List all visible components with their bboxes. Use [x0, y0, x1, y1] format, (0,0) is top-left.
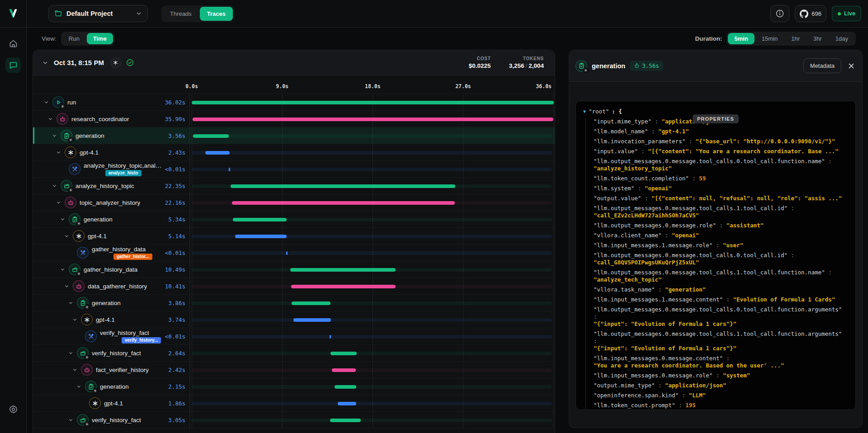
span-name: gather_history_data	[92, 246, 152, 253]
span-name: data_gatherer_history	[88, 283, 147, 290]
timeline-track	[192, 402, 552, 405]
trace-row[interactable]: verify_history_fact3.05s	[33, 412, 555, 428]
chevron-down-icon[interactable]	[42, 60, 48, 66]
trace-row[interactable]: analyze_history_topic,analyze_t...analyz…	[33, 161, 555, 178]
timeline-cell	[190, 378, 555, 395]
duration-option-15min[interactable]: 15min	[755, 33, 784, 44]
chevron-down-icon[interactable]	[47, 116, 53, 122]
chevron-down-icon[interactable]	[43, 99, 49, 105]
tool-call-badge: analyze_histo	[105, 170, 142, 176]
timeline-cell	[190, 362, 555, 378]
close-panel-button[interactable]	[848, 62, 855, 70]
chevron-down-icon[interactable]	[67, 350, 74, 356]
duration-option-5min[interactable]: 5min	[728, 33, 754, 44]
tab-threads[interactable]: Threads	[163, 7, 199, 21]
property-row: "vllora.task_name" : "generation"	[594, 286, 848, 293]
span-duration: 22.35s	[165, 183, 185, 189]
timeline-track	[192, 385, 552, 389]
project-name: Default Project	[66, 10, 132, 17]
trace-row[interactable]: research_coordinator35.90s	[33, 111, 555, 127]
clipboard-icon	[77, 297, 89, 309]
chevron-down-icon[interactable]	[55, 199, 61, 206]
sidebar-item-settings[interactable]	[5, 401, 21, 417]
openai-mini-icon	[84, 354, 90, 360]
trace-row[interactable]: generation2.15s	[33, 378, 555, 395]
property-row: "llm.invocation_parameters" : "{"base_ur…	[594, 138, 848, 145]
trace-row[interactable]: generation5.34s	[33, 211, 555, 228]
tab-traces[interactable]: Traces	[200, 7, 233, 21]
timeline-bar	[338, 402, 356, 405]
info-button[interactable]	[770, 5, 789, 22]
chevron-down-icon[interactable]	[51, 132, 57, 139]
trace-row[interactable]: topic_analyzer_history22.16s	[33, 194, 555, 211]
span-name: fact_verifier_history	[96, 367, 149, 373]
metadata-button[interactable]: Metadata	[803, 58, 841, 73]
project-selector[interactable]: Default Project	[48, 5, 148, 22]
timeline-bar	[231, 184, 455, 188]
app-logo[interactable]	[0, 0, 27, 27]
timeline-bar	[232, 201, 455, 205]
live-status-badge[interactable]: Live	[832, 6, 861, 21]
trace-row[interactable]: analyze_history_topic22.35s	[33, 178, 555, 194]
trace-row[interactable]: gpt-4.13.74s	[33, 311, 555, 328]
duration-option-1day[interactable]: 1day	[829, 33, 854, 44]
github-button[interactable]: 696	[795, 5, 826, 22]
span-name: gpt-4.1	[96, 316, 115, 323]
trace-row[interactable]: fact_verifier_history2.42s	[33, 362, 555, 378]
chevron-down-icon[interactable]	[67, 300, 74, 306]
trace-row[interactable]: generation3.86s	[33, 295, 555, 311]
timeline-cell	[190, 178, 555, 194]
chevron-down-icon[interactable]	[67, 417, 74, 423]
chevron-down-icon[interactable]	[63, 283, 70, 289]
chevron-down-icon[interactable]	[51, 183, 57, 189]
trace-row[interactable]: data_gatherer_history10.41s	[33, 278, 555, 295]
trace-row[interactable]: verify_history_fact2.64s	[33, 345, 555, 362]
duration-label: Duration:	[695, 35, 722, 42]
chevron-down-icon[interactable]	[59, 266, 66, 273]
trace-row[interactable]: generation3.56s	[33, 127, 555, 144]
sidebar-item-home[interactable]	[5, 36, 21, 51]
view-option-time[interactable]: Time	[87, 33, 113, 44]
chevron-down-icon[interactable]	[71, 367, 78, 373]
openai-mini-icon	[92, 388, 98, 394]
trace-row[interactable]: gpt-4.12.43s	[33, 144, 555, 161]
chevron-down-icon[interactable]	[59, 216, 66, 222]
timeline-track	[192, 151, 552, 155]
trace-row[interactable]: gather_history_datagather_histor...<0.01…	[33, 245, 555, 261]
span-name: run	[67, 99, 76, 106]
duration-option-3hr[interactable]: 3hr	[807, 33, 828, 44]
sidebar-item-threads[interactable]	[5, 57, 21, 73]
timeline-cell	[190, 127, 555, 144]
clipboard-icon	[61, 130, 72, 141]
view-label: View:	[42, 35, 57, 42]
span-name: generation	[75, 132, 104, 139]
trace-row[interactable]: verify_history_factverify_history...<0.0…	[33, 328, 555, 345]
timeline-bar	[235, 235, 287, 238]
timeline-cell	[190, 345, 555, 361]
property-row: "llm.input_messages.0.message.content" :…	[594, 355, 848, 369]
trace-header[interactable]: Oct 31, 8:15 PM COST $0.0225 TOKENS 3,25…	[33, 50, 555, 75]
chevron-down-icon[interactable]	[55, 149, 61, 155]
home-icon	[9, 39, 18, 48]
github-icon	[800, 9, 808, 18]
timeline-track	[192, 352, 552, 355]
span-duration: 5.34s	[168, 216, 185, 223]
timeline-cell	[190, 328, 555, 344]
threads-traces-tabs: ThreadsTraces	[161, 5, 234, 22]
span-name: gpt-4.1	[104, 400, 123, 407]
chevron-down-icon[interactable]	[75, 383, 82, 390]
trace-row[interactable]: run36.02s	[33, 94, 555, 111]
property-row: "llm.model_name" : "gpt-4.1"	[594, 128, 848, 135]
clipboard-icon	[576, 60, 587, 72]
tool-call-badge: verify_history...	[122, 337, 161, 344]
trace-row[interactable]: gather_history_data10.49s	[33, 261, 555, 278]
span-detail-panel: generation 3.56s Metadata PROPERTIES ▼ "…	[569, 50, 863, 428]
trace-row[interactable]: gpt-4.15.14s	[33, 228, 555, 245]
chevron-down-icon[interactable]	[63, 233, 70, 239]
trace-row[interactable]: gpt-4.11.86s	[33, 395, 555, 412]
github-star-count: 696	[811, 10, 821, 17]
view-option-run[interactable]: Run	[62, 33, 86, 44]
chevron-down-icon[interactable]	[71, 316, 78, 323]
duration-option-1hr[interactable]: 1hr	[785, 33, 806, 44]
collapse-triangle-icon[interactable]: ▼	[583, 108, 586, 115]
